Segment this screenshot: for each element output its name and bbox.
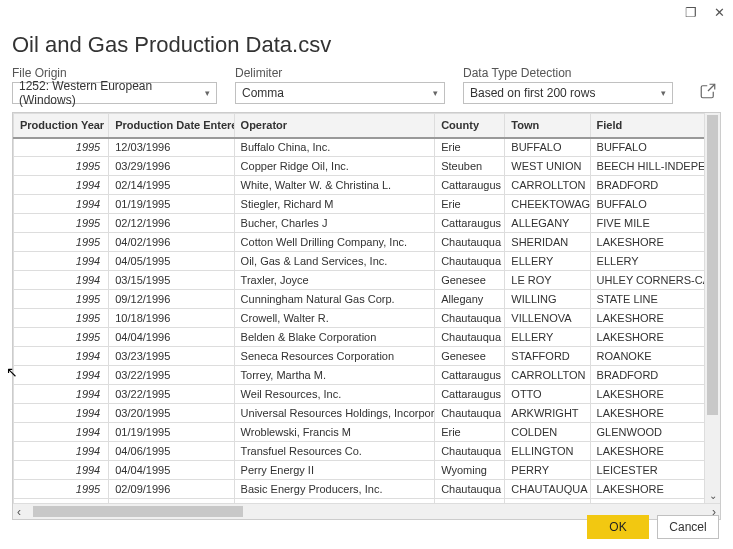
cell-op: Belden & Blake Corporation <box>234 328 435 347</box>
horizontal-scrollbar-thumb[interactable] <box>33 506 243 517</box>
table-row[interactable]: 199404/05/1995Oil, Gas & Land Services, … <box>14 252 705 271</box>
table-row[interactable]: 199401/19/1995Wroblewski, Francis MErieC… <box>14 423 705 442</box>
vertical-scrollbar[interactable]: ⌄ <box>704 113 720 503</box>
column-header-operator[interactable]: Operator <box>234 114 435 138</box>
ok-button[interactable]: OK <box>587 515 649 539</box>
cell-county: Genesee <box>435 347 505 366</box>
window-close-button[interactable]: ✕ <box>711 4 727 20</box>
refresh-icon[interactable] <box>699 82 721 103</box>
delimiter-dropdown[interactable]: Comma ▾ <box>235 82 445 104</box>
cell-date: 03/22/1995 <box>109 385 234 404</box>
cell-town: CHEEKTOWAGA <box>505 195 590 214</box>
cell-field: FIVE MILE <box>590 214 704 233</box>
cell-field: BRADFORD <box>590 366 704 385</box>
table-row[interactable]: 199402/14/1995White, Walter W. & Christi… <box>14 176 705 195</box>
cell-year: 1994 <box>14 385 109 404</box>
cell-town: LE ROY <box>505 271 590 290</box>
cell-op: Cunningham Natural Gas Corp. <box>234 290 435 309</box>
table-row[interactable]: 199403/22/1995Weil Resources, Inc.Cattar… <box>14 385 705 404</box>
cell-field: GLENWOOD <box>590 423 704 442</box>
cell-county: Chautauqua <box>435 404 505 423</box>
table-row[interactable]: 199403/15/1995Traxler, JoyceGeneseeLE RO… <box>14 271 705 290</box>
cell-year: 1994 <box>14 195 109 214</box>
cell-year: 1994 <box>14 366 109 385</box>
table-row[interactable]: 199503/29/1996Copper Ridge Oil, Inc.Steu… <box>14 157 705 176</box>
cell-county: Chautauqua <box>435 480 505 499</box>
delimiter-label: Delimiter <box>235 66 445 80</box>
cell-county: Cattaraugus <box>435 176 505 195</box>
table-row[interactable]: 199509/12/1996Cunningham Natural Gas Cor… <box>14 290 705 309</box>
column-header-date[interactable]: Production Date Entered <box>109 114 234 138</box>
cell-op: Traxler, Joyce <box>234 271 435 290</box>
table-row[interactable]: 199403/23/1995Seneca Resources Corporati… <box>14 347 705 366</box>
table-row[interactable]: 199404/04/1995Perry Energy IIWyomingPERR… <box>14 461 705 480</box>
column-header-town[interactable]: Town <box>505 114 590 138</box>
cell-county: Erie <box>435 195 505 214</box>
cell-county: Chautauqua <box>435 309 505 328</box>
table-row[interactable]: 199403/20/1995Universal Resources Holdin… <box>14 404 705 423</box>
cell-town: PERRY <box>505 461 590 480</box>
table-scroll-area[interactable]: Production Year Production Date Entered … <box>13 113 704 503</box>
cell-date: 01/19/1995 <box>109 423 234 442</box>
cell-op: Weil Resources, Inc. <box>234 385 435 404</box>
cell-date: 10/18/1996 <box>109 309 234 328</box>
cell-town: ELLERY <box>505 328 590 347</box>
cell-date: 04/05/1995 <box>109 252 234 271</box>
scroll-left-icon[interactable]: ‹ <box>17 505 21 519</box>
cell-date: 04/04/1996 <box>109 328 234 347</box>
table-row[interactable]: 199401/19/1995Stiegler, Richard MErieCHE… <box>14 195 705 214</box>
cell-county: Chautauqua <box>435 328 505 347</box>
table-row[interactable]: 199512/03/1996Buffalo China, Inc.ErieBUF… <box>14 138 705 157</box>
table-row[interactable]: 199504/02/1996Cotton Well Drilling Compa… <box>14 233 705 252</box>
data-type-detection-dropdown[interactable]: Based on first 200 rows ▾ <box>463 82 673 104</box>
window-restore-button[interactable]: ❐ <box>683 4 699 20</box>
scroll-down-icon[interactable]: ⌄ <box>707 490 719 501</box>
cell-year: 1994 <box>14 347 109 366</box>
cell-county: Wyoming <box>435 461 505 480</box>
cell-town: CARROLLTON <box>505 176 590 195</box>
column-header-county[interactable]: County <box>435 114 505 138</box>
cancel-button[interactable]: Cancel <box>657 515 719 539</box>
table-row[interactable]: 199502/09/1996Basic Energy Producers, In… <box>14 480 705 499</box>
cell-county: Cattaraugus <box>435 385 505 404</box>
dialog-title: Oil and Gas Production Data.csv <box>0 32 733 66</box>
column-header-year[interactable]: Production Year <box>14 114 109 138</box>
cell-year: 1994 <box>14 271 109 290</box>
cell-county: Erie <box>435 138 505 157</box>
table-row[interactable]: 199403/22/1995Torrey, Martha M.Cattaraug… <box>14 366 705 385</box>
cell-field: BUFFALO <box>590 138 704 157</box>
cell-op: Bucher, Charles J <box>234 214 435 233</box>
column-header-field[interactable]: Field <box>590 114 704 138</box>
vertical-scrollbar-thumb[interactable] <box>707 115 718 415</box>
cell-op: Stiegler, Richard M <box>234 195 435 214</box>
cell-date: 03/23/1995 <box>109 347 234 366</box>
data-type-detection-value: Based on first 200 rows <box>470 86 595 100</box>
cell-field: LAKESHORE <box>590 404 704 423</box>
cell-op: Oil, Gas & Land Services, Inc. <box>234 252 435 271</box>
table-row[interactable]: 199502/12/1996Bucher, Charles JCattaraug… <box>14 214 705 233</box>
table-row[interactable]: 199504/04/1996Belden & Blake Corporation… <box>14 328 705 347</box>
table-row[interactable]: 199404/06/1995Transfuel Resources Co.Cha… <box>14 442 705 461</box>
cell-op: Torrey, Martha M. <box>234 366 435 385</box>
cell-op: Crowell, Walter R. <box>234 309 435 328</box>
cell-year: 1994 <box>14 442 109 461</box>
table-row[interactable]: 199510/18/1996Crowell, Walter R.Chautauq… <box>14 309 705 328</box>
chevron-down-icon: ▾ <box>205 88 210 98</box>
cell-county: Chautauqua <box>435 233 505 252</box>
cell-year: 1995 <box>14 233 109 252</box>
cell-field: LEICESTER <box>590 461 704 480</box>
cell-year: 1995 <box>14 328 109 347</box>
delimiter-value: Comma <box>242 86 284 100</box>
cell-year: 1995 <box>14 157 109 176</box>
cell-year: 1994 <box>14 404 109 423</box>
cell-town: ARKWRIGHT <box>505 404 590 423</box>
cell-year: 1994 <box>14 176 109 195</box>
cell-op: Perry Energy II <box>234 461 435 480</box>
cell-town: WILLING <box>505 290 590 309</box>
cell-town: CHAUTAUQUA <box>505 480 590 499</box>
cell-county: Chautauqua <box>435 252 505 271</box>
cell-date: 12/03/1996 <box>109 138 234 157</box>
cell-town: ALLEGANY <box>505 214 590 233</box>
file-origin-dropdown[interactable]: 1252: Western European (Windows) ▾ <box>12 82 217 104</box>
cell-date: 02/14/1995 <box>109 176 234 195</box>
